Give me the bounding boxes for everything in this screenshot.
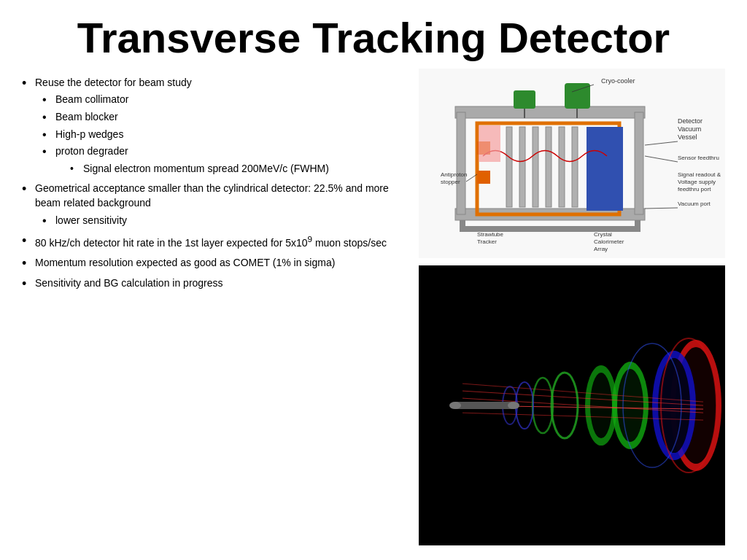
svg-text:Calorimeter: Calorimeter	[594, 238, 624, 245]
svg-text:Crystal: Crystal	[594, 231, 612, 238]
bullet-text: Sensitivity and BG calculation in progre…	[35, 277, 223, 289]
list-item: 80 kHz/ch detector hit rate in the 1st l…	[22, 233, 397, 250]
bullet-text: High-p wedges	[55, 128, 123, 140]
svg-rect-11	[506, 127, 512, 207]
svg-text:Cryo-cooler: Cryo-cooler	[601, 77, 635, 85]
sub-sub-bullet-list: Signal electron momentum spread 200MeV/c…	[70, 162, 397, 176]
svg-text:Antiproton: Antiproton	[441, 171, 467, 178]
bullet-text: lower sensitivity	[55, 214, 127, 226]
svg-text:Vessel: Vessel	[678, 133, 697, 141]
svg-rect-60	[455, 402, 514, 409]
svg-rect-5	[635, 112, 643, 214]
svg-rect-4	[457, 112, 465, 214]
svg-text:Strawtube: Strawtube	[477, 231, 504, 238]
schematic-svg: Cryo-cooler Detector Vacuum Vessel Senso…	[419, 69, 725, 258]
svg-rect-12	[519, 127, 525, 207]
page-container: Transverse Tracking Detector Reuse the d…	[0, 0, 747, 560]
svg-rect-2	[455, 106, 645, 118]
bullet-text: Signal electron momentum spread 200MeV/c…	[83, 163, 329, 174]
svg-text:Signal readout &: Signal readout &	[678, 171, 721, 178]
bullet-text: Geometrical acceptance smaller than the …	[35, 182, 389, 209]
list-item: Reuse the detector for beam study Beam c…	[22, 76, 397, 176]
bullet-text: Momentum resolution expected as good as …	[35, 257, 335, 268]
svg-rect-13	[533, 127, 538, 207]
list-item: Sensitivity and BG calculation in progre…	[22, 276, 397, 291]
main-bullet-list: Reuse the detector for beam study Beam c…	[22, 76, 397, 291]
svg-text:Array: Array	[594, 246, 608, 252]
page-title: Transverse Tracking Detector	[22, 15, 725, 61]
list-item: Signal electron momentum spread 200MeV/c…	[70, 162, 397, 176]
svg-rect-19	[477, 171, 490, 184]
svg-point-62	[508, 402, 519, 409]
list-item: Momentum resolution expected as good as …	[22, 256, 397, 271]
svg-text:Vacuum port: Vacuum port	[678, 201, 711, 207]
svg-rect-16	[572, 127, 578, 207]
svg-point-46	[658, 358, 690, 453]
svg-text:Detector: Detector	[678, 117, 703, 125]
svg-rect-20	[479, 125, 500, 162]
svg-text:Vacuum: Vacuum	[678, 125, 701, 133]
svg-text:stopper: stopper	[441, 179, 460, 185]
bullet-text: Beam collimator	[55, 93, 128, 105]
list-item: Beam blocker	[42, 110, 397, 125]
left-column: Reuse the detector for beam study Beam c…	[22, 69, 404, 545]
list-item: proton degrader Signal electron momentum…	[42, 144, 397, 176]
list-item: Beam collimator	[42, 93, 397, 107]
list-item: High-p wedges	[42, 128, 397, 142]
sub-bullet-list: Beam collimator Beam blocker High-p wedg…	[42, 93, 397, 176]
sub-bullet-list: lower sensitivity	[42, 214, 397, 228]
svg-rect-15	[559, 127, 565, 207]
svg-rect-17	[587, 127, 623, 211]
svg-text:Voltage supply: Voltage supply	[678, 179, 716, 185]
helix-svg	[419, 265, 725, 545]
svg-text:Sensor feedthru: Sensor feedthru	[678, 155, 719, 161]
svg-point-50	[590, 373, 612, 438]
title-area: Transverse Tracking Detector	[22, 15, 725, 61]
bullet-text: Reuse the detector for beam study	[35, 77, 192, 88]
svg-text:feedthru port: feedthru port	[678, 186, 711, 192]
svg-text:Tracker: Tracker	[477, 238, 497, 245]
detector-schematic-diagram: Cryo-cooler Detector Vacuum Vessel Senso…	[419, 69, 725, 258]
bullet-text: 80 kHz/ch detector hit rate in the 1st l…	[35, 237, 387, 249]
svg-point-48	[617, 369, 643, 442]
svg-point-61	[449, 402, 461, 409]
svg-rect-14	[546, 127, 551, 207]
helix-visualization-diagram	[419, 265, 725, 545]
list-item: lower sensitivity	[42, 214, 397, 228]
bullet-text: Beam blocker	[55, 111, 118, 122]
bullet-text: proton degrader	[55, 145, 128, 157]
content-area: Reuse the detector for beam study Beam c…	[22, 69, 725, 545]
right-column: Cryo-cooler Detector Vacuum Vessel Senso…	[419, 69, 725, 545]
svg-rect-7	[514, 90, 535, 109]
list-item: Geometrical acceptance smaller than the …	[22, 182, 397, 228]
